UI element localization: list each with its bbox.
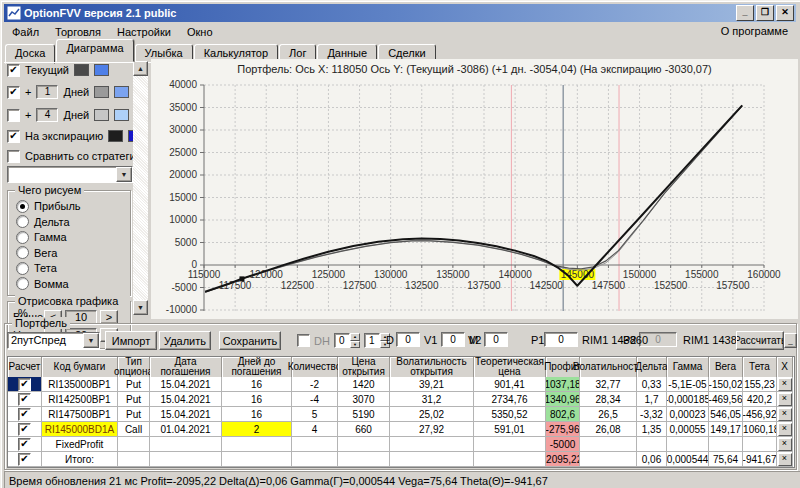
days-input[interactable]: 4 [36, 108, 58, 122]
calc-cell[interactable]: ✔ [8, 422, 42, 437]
preset-combobox[interactable]: 2путСпред▼ [7, 332, 100, 349]
curve-row: ✔+1Дней [7, 85, 129, 99]
row-checkbox[interactable]: ✔ [18, 378, 31, 391]
curve-checkbox[interactable]: ✔ [7, 130, 20, 143]
cell-open-price: 1420 [338, 377, 390, 392]
panel-scrollbar[interactable]: ▲▼ [133, 61, 148, 315]
radio-icon[interactable] [16, 277, 29, 290]
color-swatch-1[interactable] [74, 64, 89, 76]
delete-row-button[interactable]: × [778, 438, 792, 451]
tab-Диаграмма[interactable]: Диаграмма [56, 39, 133, 62]
close-button[interactable]: ✕ [776, 5, 794, 21]
combobox-dropdown-button[interactable]: ▼ [83, 333, 99, 348]
increase-button[interactable]: > [100, 310, 118, 324]
radio-icon[interactable] [16, 246, 29, 259]
plus-label: + [25, 109, 31, 121]
cell-open-volatility: 31,2 [390, 392, 474, 407]
radio-option-Вега[interactable]: Вега [16, 247, 57, 259]
toolbar-button-Удалить[interactable]: Удалить [159, 331, 211, 350]
table-row[interactable]: ✔FixedProfit-5000× [8, 437, 794, 452]
spinner-down-icon[interactable]: ▼ [350, 341, 360, 349]
dh-spinner[interactable]: 0▲▼ [334, 333, 360, 348]
radio-icon[interactable] [16, 215, 29, 228]
table-row[interactable]: ✔RI145000BD1ACall01.04.20212466027,92591… [8, 422, 794, 437]
radio-icon[interactable] [16, 262, 29, 275]
cell-code: RI147500BP1 [42, 407, 118, 422]
delete-row-button[interactable]: × [778, 453, 792, 466]
menu-item-Настройки[interactable]: Настройки [109, 24, 179, 40]
curve-checkbox[interactable]: ✔ [7, 64, 20, 77]
minimize-button[interactable]: _ [736, 5, 754, 21]
payoff-chart[interactable]: -10000-500005000100001500020000250003000… [151, 59, 798, 319]
calc-cell[interactable]: ✔ [8, 407, 42, 422]
calc-cell[interactable]: ✔ [8, 392, 42, 407]
color-swatch-2[interactable] [114, 109, 129, 121]
delete-row-button[interactable]: × [778, 393, 792, 406]
calc-cell[interactable]: ✔ [8, 377, 42, 392]
field-input-V2[interactable]: 0 [484, 332, 508, 347]
cell-theor-price [474, 437, 546, 452]
row-checkbox[interactable]: ✔ [18, 438, 31, 451]
table-row[interactable]: ✔RI147500BP1Put15.04.2021165519025,02535… [8, 407, 794, 422]
cell-profit: -5000 [546, 437, 580, 452]
row-checkbox[interactable]: ✔ [18, 423, 31, 436]
scroll-up-icon[interactable]: ▲ [133, 61, 148, 76]
table-row[interactable]: ✔RI142500BP1Put15.04.202116-4307031,2273… [8, 392, 794, 407]
field-input-V1[interactable]: 0 [441, 332, 465, 347]
calculate-button[interactable]: Рассчитать [736, 331, 784, 350]
color-swatch-1[interactable] [94, 109, 109, 121]
calc-cell[interactable]: ✔ [8, 452, 42, 467]
scroll-down-icon[interactable]: ▼ [133, 300, 148, 315]
days-input[interactable]: 1 [36, 85, 58, 99]
toolbar-button-Сохранить[interactable]: Сохранить [219, 331, 281, 350]
cell-quantity [292, 452, 338, 467]
table-row[interactable]: ✔Итого:-2095,220,060,00054475,64-941,67× [8, 452, 794, 467]
color-swatch-2[interactable] [94, 64, 109, 76]
color-swatch-1[interactable] [108, 130, 123, 142]
delete-cell: × [777, 437, 793, 452]
delete-row-button[interactable]: × [778, 378, 792, 391]
radio-label: Тета [34, 262, 57, 274]
radio-option-Прибыль[interactable]: Прибыль [16, 200, 81, 212]
toolbar-button-Импорт[interactable]: Импорт [105, 331, 157, 350]
menu-item-Торговля[interactable]: Торговля [47, 24, 109, 40]
cell-delta: 0,33 [637, 377, 667, 392]
row-checkbox[interactable]: ✔ [18, 408, 31, 421]
row-checkbox[interactable]: ✔ [18, 453, 31, 466]
spinner-up-icon[interactable]: ▲ [350, 333, 360, 341]
radio-option-Вомма[interactable]: Вомма [16, 278, 69, 290]
color-swatch-2[interactable] [114, 86, 129, 98]
radio-option-Дельта[interactable]: Дельта [16, 216, 70, 228]
table-row[interactable]: ✔RI135000BP1Put15.04.202116-2142039,2190… [8, 377, 794, 392]
field-input-D[interactable]: 0 [396, 332, 420, 347]
delete-row-button[interactable]: × [778, 408, 792, 421]
curve-checkbox[interactable] [7, 109, 20, 122]
color-swatch-1[interactable] [94, 86, 109, 98]
cell-theor-price [474, 452, 546, 467]
compare-checkbox[interactable] [7, 150, 20, 163]
radio-icon[interactable] [16, 231, 29, 244]
about-link[interactable]: О программе [721, 25, 788, 37]
small-window-button[interactable]: _ [784, 333, 797, 348]
chart-area: Портфель: Ось X: 118050 Ось Y: (Текущий … [151, 59, 798, 319]
radio-option-Гамма[interactable]: Гамма [16, 231, 67, 243]
field-input-P1[interactable]: 0 [544, 332, 578, 347]
menu-item-Окно[interactable]: Окно [179, 24, 221, 40]
dh-checkbox[interactable] [297, 334, 310, 347]
column-header-Дельта: Дельта [637, 357, 667, 378]
menu-item-Файл[interactable]: Файл [4, 24, 47, 40]
radio-icon[interactable] [16, 200, 29, 213]
delete-row-button[interactable]: × [778, 423, 792, 436]
radio-option-Тета[interactable]: Тета [16, 262, 57, 274]
cell-gamma [667, 437, 709, 452]
calc-cell[interactable]: ✔ [8, 437, 42, 452]
row-checkbox[interactable]: ✔ [18, 393, 31, 406]
strategy-combobox[interactable]: ▼ [7, 166, 133, 183]
compare-label: Сравнить со стратегией [25, 150, 148, 162]
spinner-arrows[interactable]: ▲▼ [350, 333, 360, 348]
tab-Доска[interactable]: Доска [5, 44, 55, 64]
curve-checkbox[interactable]: ✔ [7, 86, 20, 99]
maximize-button[interactable]: ❐ [756, 5, 774, 21]
cell-theor-price: 5350,52 [474, 407, 546, 422]
combobox-dropdown-button[interactable]: ▼ [116, 167, 132, 182]
